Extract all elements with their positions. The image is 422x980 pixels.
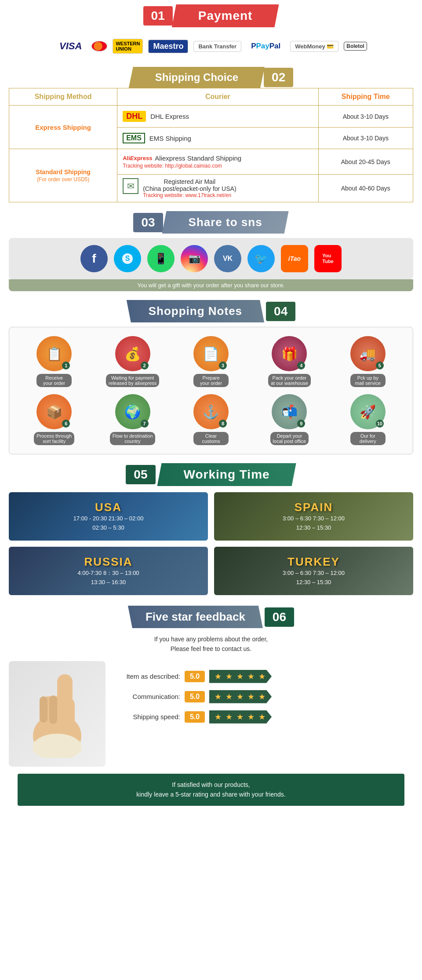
note-circle-8: ⚓ 8	[193, 394, 229, 429]
maestro-logo: Maestro	[148, 40, 188, 53]
express-dhl-row: Express Shipping DHL DHL Express About 3…	[9, 106, 413, 128]
boletol-logo: Boletol	[344, 42, 367, 51]
visa-logo: VISA	[55, 39, 86, 54]
sns-title: Share to sns	[162, 211, 289, 234]
note-circle-7: 🌍 7	[115, 394, 150, 429]
turkey-card: TURKEY 3:00 – 6:30 7:30 – 12:0012:30 – 1…	[214, 547, 413, 595]
spain-label: SPAIN	[295, 501, 333, 514]
turkey-label: TURKEY	[287, 555, 340, 569]
feedback-ratings: Item as described: 5.0 ★ ★ ★ ★ ★ Communi…	[114, 661, 413, 724]
russia-times: 4:00-7:30 8：30 – 13:0013:30 – 16:30	[77, 569, 139, 587]
note-num-5: 5	[376, 362, 384, 369]
ems-time: About 3-10 Days	[318, 128, 413, 149]
working-header: 05 Working Time	[0, 463, 422, 486]
russia-label: RUSSIA	[84, 555, 132, 569]
svg-text:📱: 📱	[154, 252, 167, 265]
note-circle-9: 📬 9	[272, 394, 307, 429]
spain-card: SPAIN 3:00 – 6:30 7:30 – 12:0012:30 – 15…	[214, 492, 413, 541]
skype-icon[interactable]: S	[114, 245, 141, 272]
feedback-title: Five star feedback	[128, 606, 263, 628]
vk-icon[interactable]: VK	[214, 245, 241, 272]
dhl-logo: DHL	[123, 111, 146, 122]
payment-section: 01 Payment VISA WESTERNUNION Maestro Ban…	[0, 4, 422, 61]
note-step-7: 🌍 7 Flow to destinationcountry	[96, 394, 168, 445]
communication-rating-score: 5.0	[185, 691, 205, 702]
working-time-section: 05 Working Time USA 17:00 - 20:30 21:30 …	[0, 463, 422, 595]
shipping-num: 02	[264, 68, 293, 87]
notes-row1: 📋 1 Receiveyour order 💰 2 Waiting for pa…	[18, 336, 404, 387]
webmoney-logo: WebMoney 💳	[290, 41, 338, 52]
bank-transfer-logo: Bank Transfer	[193, 41, 241, 52]
note-num-9: 9	[297, 420, 305, 428]
feedback-header: Five star feedback 06	[0, 606, 422, 628]
shipping-rating-score: 5.0	[185, 711, 205, 723]
svg-rect-5	[57, 674, 73, 705]
ems-courier: EMS EMS Shipping	[117, 128, 318, 149]
shopping-notes-box: 📋 1 Receiveyour order 💰 2 Waiting for pa…	[9, 327, 413, 454]
note-num-4: 4	[297, 362, 305, 369]
standard-method-label: Standard Shipping(For order over USD5)	[9, 149, 117, 202]
mastercard-logo	[91, 41, 107, 51]
turkey-times: 3:00 – 6:30 7:30 – 12:0012:30 – 15:30	[283, 569, 345, 587]
note-circle-4: 🎁 4	[272, 336, 307, 371]
airmail-time: About 40-60 Days	[318, 175, 413, 202]
communication-rating-label: Communication:	[114, 693, 180, 700]
standard-ali-row: Standard Shipping(For order over USD5) A…	[9, 149, 413, 175]
itao-icon[interactable]: iTao	[281, 245, 308, 272]
airmail-courier: ✉ Registered Air Mail(China post/epacket…	[117, 175, 318, 202]
ali-name: Aliexpress Standard Shipping	[155, 154, 241, 162]
sns-section: 03 Share to sns f S 📱 📷 VK 🐦 iTao YouTub…	[0, 211, 422, 291]
note-step-8: ⚓ 8 Clearcustoms	[175, 394, 247, 445]
shipping-header: Shipping Choice 02	[0, 67, 422, 88]
ali-logo: AliExpress	[123, 155, 152, 161]
dhl-courier: DHL DHL Express	[117, 106, 318, 128]
note-num-1: 1	[62, 362, 70, 369]
note-step-1: 📋 1 Receiveyour order	[18, 336, 90, 387]
usa-label: USA	[95, 501, 122, 514]
shipping-rating-label: Shipping speed:	[114, 713, 180, 720]
payment-num: 01	[143, 6, 173, 26]
paypal-logo: PPayPal	[247, 40, 285, 52]
airmail-icon: ✉	[123, 178, 138, 194]
feedback-body: If you have any problems about the order…	[9, 634, 413, 806]
note-step-3: 📄 3 Prepareyour order	[175, 336, 247, 387]
col-method: Shipping Method	[9, 88, 117, 106]
twitter-icon[interactable]: 🐦	[247, 245, 275, 272]
feedback-content: Item as described: 5.0 ★ ★ ★ ★ ★ Communi…	[9, 661, 413, 767]
svg-rect-6	[40, 696, 47, 723]
note-step-5: 🚚 5 Pck up bymail service	[332, 336, 404, 387]
note-label-4: Pack your orderat our warehouse	[268, 374, 311, 387]
note-label-7: Flow to destinationcountry	[110, 432, 156, 445]
ali-courier: AliExpress Aliexpress Standard Shipping …	[117, 149, 318, 175]
whatsapp-icon[interactable]: 📱	[147, 245, 175, 272]
note-num-3: 3	[219, 362, 227, 369]
note-num-8: 8	[219, 420, 227, 428]
sns-gift-text: You will get a gift with your order afte…	[9, 279, 413, 291]
sns-header: 03 Share to sns	[0, 211, 422, 234]
communication-rating-stars: ★ ★ ★ ★ ★	[209, 690, 272, 703]
note-label-1: Receiveyour order	[36, 374, 72, 387]
col-courier: Courier	[117, 88, 318, 106]
usa-card: USA 17:00 - 20:30 21:30 – 02:0002:30 – 5…	[9, 492, 208, 541]
ems-logo: EMS	[123, 133, 145, 143]
note-label-8: Clearcustoms	[193, 432, 229, 445]
airmail-name: Registered Air Mail(China post/epacket-o…	[143, 178, 236, 192]
feedback-section: Five star feedback 06 If you have any pr…	[0, 606, 422, 806]
dhl-name: DHL Express	[150, 113, 189, 120]
sns-icons-container: f S 📱 📷 VK 🐦 iTao YouTube	[9, 238, 413, 279]
instagram-icon[interactable]: 📷	[181, 245, 208, 272]
rating-row-item: Item as described: 5.0 ★ ★ ★ ★ ★	[114, 670, 413, 683]
note-step-2: 💰 2 Waiting for paymentreleased by alixe…	[96, 336, 168, 387]
note-label-9: Depart yourlocal post office	[270, 432, 309, 445]
shipping-rating-stars: ★ ★ ★ ★ ★	[209, 710, 272, 724]
sns-num: 03	[133, 213, 163, 232]
note-label-6: Process throughsort facility	[34, 432, 74, 445]
item-rating-score: 5.0	[185, 671, 205, 682]
facebook-icon[interactable]: f	[80, 245, 108, 272]
youtube-icon[interactable]: YouTube	[314, 245, 342, 272]
note-step-10: 🚀 10 Our fordelivery	[332, 394, 404, 445]
western-union-logo: WESTERNUNION	[113, 39, 143, 54]
working-num: 05	[126, 465, 155, 484]
note-circle-3: 📄 3	[193, 336, 229, 371]
rating-row-communication: Communication: 5.0 ★ ★ ★ ★ ★	[114, 690, 413, 703]
